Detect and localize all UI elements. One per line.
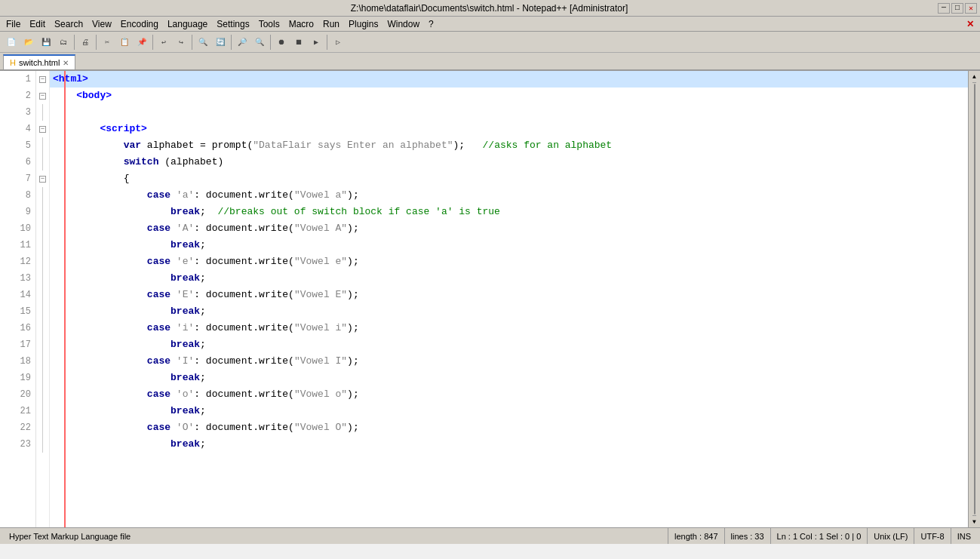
code-line-8[interactable]: case 'a': document.write("Vowel a"); bbox=[50, 187, 980, 204]
menu-search[interactable]: Search bbox=[50, 18, 88, 30]
code-line-5[interactable]: var alphabet = prompt("DataFlair says En… bbox=[50, 137, 980, 154]
menu-window[interactable]: Window bbox=[382, 18, 424, 30]
code-line-22[interactable]: case 'O': document.write("Vowel O"); bbox=[50, 419, 980, 436]
code-token: ; bbox=[200, 237, 206, 253]
code-token bbox=[171, 320, 177, 336]
menu-macro[interactable]: Macro bbox=[284, 18, 318, 30]
code-token: case bbox=[147, 220, 171, 237]
tab-close-button[interactable]: ✕ bbox=[63, 59, 69, 67]
menu-tools[interactable]: Tools bbox=[254, 18, 284, 30]
menu-help[interactable]: ? bbox=[424, 18, 438, 30]
new-button[interactable]: 📄 bbox=[3, 34, 20, 51]
status-bar: Hyper Text Markup Language file length :… bbox=[0, 527, 980, 544]
tab-switch-html[interactable]: H switch.html ✕ bbox=[3, 54, 75, 69]
macro-record-button[interactable]: ⏺ bbox=[273, 34, 290, 51]
scroll-up-button[interactable]: ▲ bbox=[972, 71, 976, 83]
code-line-2[interactable]: <body> bbox=[50, 88, 980, 104]
fold-4[interactable]: − bbox=[36, 121, 49, 137]
menu-settings[interactable]: Settings bbox=[212, 18, 253, 30]
fold-1[interactable]: − bbox=[36, 71, 49, 88]
print-button[interactable]: 🖨 bbox=[77, 34, 94, 51]
toolbar-sep-2 bbox=[96, 35, 97, 50]
replace-button[interactable]: 🔄 bbox=[212, 34, 229, 51]
menu-plugins[interactable]: Plugins bbox=[344, 18, 382, 30]
save-button[interactable]: 💾 bbox=[38, 34, 54, 51]
fold-17 bbox=[36, 336, 49, 353]
code-line-20[interactable]: case 'o': document.write("Vowel o"); bbox=[50, 386, 980, 403]
menu-view[interactable]: View bbox=[88, 18, 116, 30]
line-num-23: 23 bbox=[0, 436, 35, 453]
close-app[interactable]: ✕ bbox=[962, 18, 978, 30]
code-line-19[interactable]: break; bbox=[50, 370, 980, 386]
code-line-17[interactable]: break; bbox=[50, 336, 980, 353]
minimize-button[interactable]: ─ bbox=[938, 3, 950, 14]
code-token: { bbox=[124, 170, 130, 187]
line-num-19: 19 bbox=[0, 370, 35, 386]
line-num-20: 20 bbox=[0, 386, 35, 403]
code-line-6[interactable]: switch (alphabet) bbox=[50, 154, 980, 170]
menu-file[interactable]: File bbox=[2, 18, 25, 30]
menu-run[interactable]: Run bbox=[318, 18, 344, 30]
code-line-16[interactable]: case 'i': document.write("Vowel i"); bbox=[50, 320, 980, 336]
code-token bbox=[171, 187, 177, 204]
fold-6 bbox=[36, 154, 49, 170]
code-line-21[interactable]: break; bbox=[50, 403, 980, 419]
code-line-11[interactable]: break; bbox=[50, 237, 980, 253]
code-token: //asks for an alphabet bbox=[483, 137, 613, 154]
code-line-9[interactable]: break; //breaks out of switch block if c… bbox=[50, 204, 980, 220]
code-token: ; bbox=[200, 303, 206, 320]
code-area[interactable]: <html> <body> <script> var alphabet = pr… bbox=[50, 71, 980, 527]
cut-button[interactable]: ✂ bbox=[99, 34, 115, 51]
scroll-thumb[interactable] bbox=[974, 84, 975, 514]
window-controls[interactable]: ─ □ ✕ bbox=[938, 3, 977, 14]
macro-play-button[interactable]: ▶ bbox=[308, 34, 324, 51]
code-token: 'i' bbox=[177, 320, 194, 336]
code-token: break bbox=[171, 336, 200, 353]
copy-button[interactable]: 📋 bbox=[116, 34, 133, 51]
code-line-10[interactable]: case 'A': document.write("Vowel A"); bbox=[50, 220, 980, 237]
code-line-13[interactable]: break; bbox=[50, 270, 980, 287]
fold-2[interactable]: − bbox=[36, 88, 49, 104]
paste-button[interactable]: 📌 bbox=[134, 34, 150, 51]
maximize-button[interactable]: □ bbox=[951, 3, 963, 14]
scrollbar-right[interactable]: ▲ ▼ bbox=[968, 71, 980, 527]
scroll-down-button[interactable]: ▼ bbox=[972, 515, 976, 527]
zoom-in-button[interactable]: 🔎 bbox=[234, 34, 250, 51]
code-token: (alphabet) bbox=[158, 154, 223, 170]
code-line-23[interactable]: break; bbox=[50, 436, 980, 453]
line-num-9: 9 bbox=[0, 204, 35, 220]
code-indent bbox=[53, 121, 100, 137]
fold-13 bbox=[36, 270, 49, 287]
toolbar: 📄 📂 💾 🗂 🖨 ✂ 📋 📌 ↩ ↪ 🔍 🔄 🔎 🔍 ⏺ ⏹ ▶ ▷ bbox=[0, 32, 980, 53]
line-num-5: 5 bbox=[0, 137, 35, 154]
code-line-1[interactable]: <html> bbox=[50, 71, 980, 88]
code-token: : document.write( bbox=[194, 187, 294, 204]
find-button[interactable]: 🔍 bbox=[195, 34, 211, 51]
fold-7[interactable]: − bbox=[36, 170, 49, 187]
code-line-3[interactable] bbox=[50, 104, 980, 121]
code-token: case bbox=[147, 320, 171, 336]
code-line-4[interactable]: <script> bbox=[50, 121, 980, 137]
fold-3 bbox=[36, 104, 49, 121]
menu-edit[interactable]: Edit bbox=[25, 18, 50, 30]
run-button[interactable]: ▷ bbox=[330, 34, 346, 51]
code-line-18[interactable]: case 'I': document.write("Vowel I"); bbox=[50, 353, 980, 370]
fold-8 bbox=[36, 187, 49, 204]
redo-button[interactable]: ↪ bbox=[173, 34, 189, 51]
code-line-15[interactable]: break; bbox=[50, 303, 980, 320]
macro-stop-button[interactable]: ⏹ bbox=[290, 34, 307, 51]
code-token: ; bbox=[200, 270, 206, 287]
menu-language[interactable]: Language bbox=[163, 18, 212, 30]
menu-encoding[interactable]: Encoding bbox=[116, 18, 163, 30]
code-line-14[interactable]: case 'E': document.write("Vowel E"); bbox=[50, 287, 980, 303]
open-button[interactable]: 📂 bbox=[20, 34, 37, 51]
code-line-7[interactable]: { bbox=[50, 170, 980, 187]
line-num-2: 2 bbox=[0, 88, 35, 104]
close-button[interactable]: ✕ bbox=[965, 3, 977, 14]
code-token: break bbox=[171, 204, 200, 220]
zoom-out-button[interactable]: 🔍 bbox=[251, 34, 268, 51]
undo-button[interactable]: ↩ bbox=[155, 34, 172, 51]
save-all-button[interactable]: 🗂 bbox=[55, 34, 72, 51]
code-indent bbox=[53, 386, 147, 403]
code-line-12[interactable]: case 'e': document.write("Vowel e"); bbox=[50, 253, 980, 270]
